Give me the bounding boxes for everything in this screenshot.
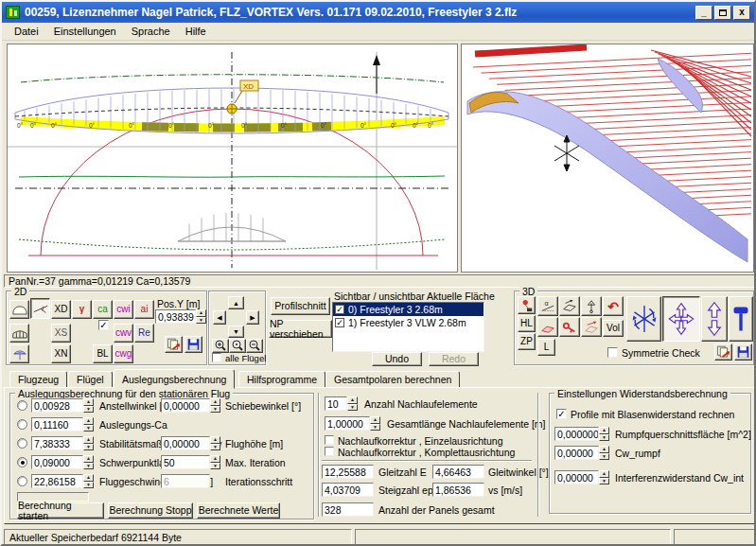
gamma-button[interactable]: γ (72, 300, 92, 319)
profilschnitt-button[interactable]: Profilschnitt (271, 297, 330, 315)
fluggeschwindigkeit-input[interactable]: 22,86158 (31, 474, 83, 488)
bl-button[interactable]: BL (93, 344, 113, 363)
pin-button[interactable] (559, 317, 580, 337)
tab-fluegel[interactable]: Flügel (68, 371, 113, 388)
close-button[interactable]: x (733, 6, 750, 20)
copy-3d-button[interactable] (714, 343, 732, 361)
xs-button[interactable]: XS (51, 324, 71, 343)
rumpfquerschnitt-spinner[interactable]: ▲▼ (599, 427, 609, 441)
zoom-in-button[interactable] (212, 339, 229, 353)
schwerpunktlage-input[interactable]: 0,09000 (31, 455, 83, 469)
gesamtlaenge-spinner[interactable]: ▲▼ (370, 416, 380, 431)
ca-button[interactable]: ca (93, 300, 113, 319)
cw-rumpf-input[interactable]: 0,00000 (554, 446, 599, 460)
xd-button[interactable]: XD (51, 300, 71, 319)
cw-int-input[interactable]: 0,00000 (554, 470, 599, 484)
cg-lift-button[interactable] (581, 296, 602, 316)
panel-direction-button[interactable] (581, 317, 602, 337)
berechnung-stopp-button[interactable]: Berechnung Stopp (108, 502, 193, 519)
re-button[interactable]: Re (134, 324, 154, 343)
undo-view-button[interactable]: ↶ (603, 296, 624, 316)
minimize-button[interactable]: _ (695, 6, 712, 20)
spin-up-icon[interactable]: ▲ (196, 309, 206, 317)
auslegungs-ca-spinner[interactable]: ▲▼ (83, 417, 94, 432)
vol-button[interactable]: Vol (603, 320, 624, 337)
schiebewinkel-input[interactable]: 0,00000 (161, 398, 210, 413)
anstellwinkel-spinner[interactable]: ▲▼ (83, 398, 94, 413)
np-verschieben-button[interactable]: NP verschieben (269, 320, 332, 338)
radio-stabilitaetsmass[interactable] (17, 438, 27, 449)
cwv-button[interactable]: cwv (114, 324, 133, 343)
radio-auslegungs-ca[interactable] (17, 419, 27, 430)
max-iteration-spinner[interactable]: ▲▼ (210, 455, 220, 469)
view-2d-panel[interactable]: 0°0°0°0°0°0°0°0°0°0°0°0°0°0° XD (7, 44, 458, 273)
parasol-view-button[interactable] (9, 344, 29, 363)
surface-visible-checkbox[interactable]: ✓ (335, 318, 344, 327)
rumpfquerschnitt-input[interactable]: 0,000000 (554, 427, 599, 441)
stabilitaetsmass-input[interactable]: 7,38333 (31, 436, 83, 450)
view-3d-panel[interactable] (461, 44, 754, 273)
surface-list-item[interactable]: ✓ 1) Freestyler 3 VLW 2.68m (333, 316, 483, 329)
cwi-button[interactable]: cwi (114, 300, 133, 319)
alpha-view-button[interactable]: α (537, 296, 558, 316)
title-bar[interactable]: 00259, Lizenznehmer Nagel Patrick, FLZ_V… (2, 2, 754, 23)
cw-rumpf-spinner[interactable]: ▲▼ (599, 446, 609, 460)
surface-listbox[interactable]: ✓ 0) Freestyler 3 2.68m ✓ 1) Freestyler … (332, 302, 484, 352)
menu-einstellungen[interactable]: Einstellungen (47, 24, 123, 39)
cwg-button[interactable]: cwg (114, 344, 133, 363)
surface-list-item[interactable]: ✓ 0) Freestyler 3 2.68m (333, 303, 483, 316)
xn-button[interactable]: XN (51, 344, 71, 363)
ca-checkbox[interactable]: ✓ (98, 320, 109, 330)
flughoehe-spinner[interactable]: ▲▼ (210, 436, 220, 450)
menu-datei[interactable]: Datei (8, 24, 45, 39)
pos-y-input[interactable]: 0,93839 (155, 309, 196, 324)
berechnete-werte-button[interactable]: Berechnete Werte (197, 502, 280, 519)
blasenwiderstand-checkbox[interactable]: ✓ Profile mit Blasenwiderstand rechnen (556, 409, 734, 420)
menu-hilfe[interactable]: Hilfe (179, 24, 213, 39)
undo-button[interactable]: Undo (372, 352, 422, 366)
pan-down-button[interactable]: ▼ (228, 326, 244, 338)
flower-marker-button[interactable] (518, 296, 536, 314)
hangar-view-button[interactable] (9, 324, 29, 343)
berechnung-starten-button[interactable]: Berechnung starten (17, 502, 104, 519)
panel-flip-button[interactable] (559, 296, 580, 316)
tab-hilfsprogramme[interactable]: Hilfsprogramme (238, 371, 325, 388)
symmetry-check-checkbox[interactable]: Symmetrie Check (607, 347, 700, 359)
schwerpunktlage-spinner[interactable]: ▲▼ (83, 455, 94, 469)
zoom-view-button[interactable] (701, 296, 728, 342)
menu-sprache[interactable]: Sprache (125, 24, 177, 39)
maximize-button[interactable] (714, 6, 731, 20)
radio-schwerpunktlage[interactable] (17, 457, 27, 467)
l-button[interactable]: L (537, 339, 555, 356)
save-2d-button[interactable] (185, 336, 202, 353)
ai-button[interactable]: ai (134, 300, 154, 319)
radio-anstellwinkel[interactable] (17, 400, 27, 411)
stabilitaetsmass-spinner[interactable]: ▲▼ (83, 436, 94, 450)
all-wings-checkbox-box[interactable] (212, 353, 221, 362)
anstellwinkel-input[interactable]: 0,00928 (31, 398, 83, 413)
panel-normals-button[interactable] (537, 317, 558, 337)
wing-front-view-button[interactable] (9, 300, 29, 319)
zoom-reset-button[interactable] (229, 339, 246, 353)
save-3d-button[interactable] (734, 343, 752, 361)
rebuild-button[interactable] (729, 296, 753, 342)
fluggeschwindigkeit-spinner[interactable]: ▲▼ (83, 474, 94, 488)
pan-right-button[interactable]: ▶ (246, 310, 259, 325)
tab-auslegungsberechnung[interactable]: Auslegungsberechnung (114, 369, 235, 389)
radio-fluggeschwindigkeit[interactable] (17, 476, 27, 486)
anzahl-nachlauf-spinner[interactable]: ▲▼ (347, 396, 358, 411)
spin-down-icon[interactable]: ▼ (196, 317, 206, 325)
auslegungs-ca-input[interactable]: 0,11160 (31, 417, 83, 432)
zp-button[interactable]: ZP (518, 333, 536, 350)
tab-gesamtpolaren[interactable]: Gesamtpolaren berechnen (325, 371, 460, 388)
redo-button[interactable]: Redo (429, 352, 479, 366)
cw-int-spinner[interactable]: ▲▼ (599, 470, 609, 484)
schiebewinkel-spinner[interactable]: ▲▼ (210, 398, 220, 413)
tab-flugzeug[interactable]: Flugzeug (9, 371, 67, 388)
zoom-out-button[interactable] (246, 339, 263, 353)
symmetry-checkbox-box[interactable] (607, 347, 618, 358)
pos-y-spinner[interactable]: ▲▼ (196, 309, 206, 324)
ca-checkbox-box[interactable]: ✓ (98, 320, 109, 330)
anzahl-nachlauf-input[interactable]: 10 (325, 396, 347, 411)
glider-view-button[interactable] (30, 298, 50, 319)
